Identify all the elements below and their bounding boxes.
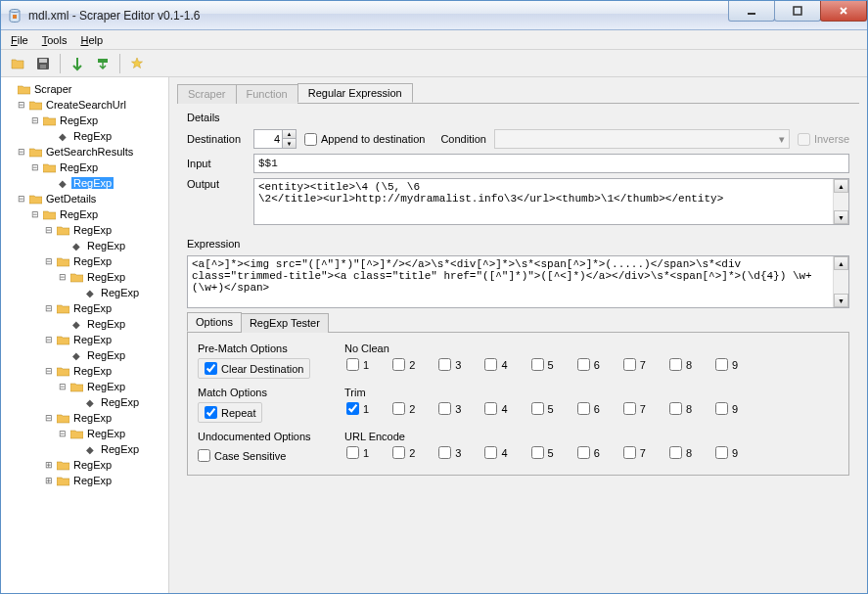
- trim-5[interactable]: 5: [531, 402, 554, 415]
- scrollbar[interactable]: ▲▼: [833, 179, 848, 224]
- open-button[interactable]: [7, 53, 28, 74]
- match-title: Match Options: [198, 387, 344, 398]
- urlencode-9[interactable]: 9: [715, 446, 738, 459]
- urlencode-8[interactable]: 8: [669, 446, 692, 459]
- urlencode-6[interactable]: 6: [577, 446, 600, 459]
- noclean-6[interactable]: 6: [577, 358, 600, 371]
- tree-root[interactable]: Scraper: [32, 83, 74, 95]
- tree-item[interactable]: RegExp: [99, 443, 141, 455]
- tab-scraper[interactable]: Scraper: [177, 84, 237, 104]
- tree-item[interactable]: RegExp: [85, 240, 127, 251]
- urlencode-2[interactable]: 2: [392, 446, 415, 459]
- tree-item[interactable]: RegExp: [71, 130, 114, 142]
- window-title: mdl.xml - Scraper Editor v0.1-1.6: [28, 9, 729, 23]
- tree-item[interactable]: RegExp: [71, 255, 114, 267]
- noclean-2[interactable]: 2: [392, 358, 415, 371]
- tree-item[interactable]: RegExp: [71, 475, 114, 486]
- output-label: Output: [187, 178, 246, 190]
- urlencode-title: URL Encode: [344, 431, 839, 442]
- tab-options[interactable]: Options: [187, 312, 242, 332]
- tree-item[interactable]: RegExp: [99, 396, 141, 408]
- prematch-title: Pre-Match Options: [198, 343, 344, 354]
- noclean-5[interactable]: 5: [531, 358, 554, 371]
- options-panel: Pre-Match Options Clear Destination No C…: [187, 333, 849, 476]
- urlencode-5[interactable]: 5: [531, 446, 554, 459]
- close-button[interactable]: [820, 0, 867, 22]
- noclean-9[interactable]: 9: [715, 358, 738, 371]
- repeat-checkbox[interactable]: Repeat: [198, 402, 262, 423]
- noclean-1[interactable]: 1: [346, 358, 369, 371]
- input-field[interactable]: [253, 154, 849, 173]
- tool-green2[interactable]: [92, 53, 114, 74]
- urlencode-3[interactable]: 3: [438, 446, 461, 459]
- noclean-7[interactable]: 7: [623, 358, 646, 371]
- output-field[interactable]: <entity><title>\4 (\5, \6 \2</title><url…: [254, 179, 833, 224]
- tree-item[interactable]: GetDetails: [44, 193, 98, 205]
- tree-item[interactable]: RegExp: [99, 287, 141, 298]
- titlebar: mdl.xml - Scraper Editor v0.1-1.6: [1, 1, 867, 30]
- trim-8[interactable]: 8: [669, 402, 692, 415]
- tree-item[interactable]: CreateSearchUrl: [44, 99, 128, 111]
- expression-title: Expression: [187, 238, 849, 250]
- menu-tools[interactable]: Tools: [36, 32, 73, 48]
- trim-9[interactable]: 9: [715, 402, 738, 415]
- tree-item[interactable]: RegExp: [85, 428, 127, 439]
- urlencode-1[interactable]: 1: [346, 446, 369, 459]
- trim-2[interactable]: 2: [392, 402, 415, 415]
- inner-tabstrip: Options RegExp Tester: [187, 312, 849, 333]
- tab-regular-expression[interactable]: Regular Expression: [297, 83, 413, 103]
- append-checkbox[interactable]: Append to destination: [304, 133, 425, 146]
- spinner-up-icon[interactable]: ▲: [282, 130, 296, 139]
- trim-1[interactable]: 1: [346, 402, 369, 415]
- spinner-down-icon[interactable]: ▼: [282, 139, 296, 148]
- app-icon: [7, 8, 23, 23]
- noclean-8[interactable]: 8: [669, 358, 692, 371]
- urlencode-4[interactable]: 4: [484, 446, 507, 459]
- expression-field[interactable]: <a[^>]*><img src="([^"]*)"[^>]*/></a>\s*…: [188, 256, 833, 307]
- minimize-button[interactable]: [728, 0, 775, 22]
- urlencode-7[interactable]: 7: [623, 446, 646, 459]
- tree-item[interactable]: RegExp: [85, 349, 127, 361]
- menu-help[interactable]: Help: [74, 32, 109, 48]
- tree-item[interactable]: RegExp: [71, 334, 114, 345]
- scroll-up-icon: ▲: [834, 179, 848, 193]
- tree-item[interactable]: RegExp: [85, 271, 127, 283]
- tree-item[interactable]: RegExp: [85, 318, 127, 330]
- maximize-button[interactable]: [774, 0, 821, 22]
- noclean-3[interactable]: 3: [438, 358, 461, 371]
- tab-regexp-tester[interactable]: RegExp Tester: [241, 313, 329, 333]
- tool-star[interactable]: [126, 53, 148, 74]
- menu-file[interactable]: File: [5, 32, 34, 48]
- tree-item[interactable]: RegExp: [58, 161, 100, 173]
- condition-combo[interactable]: ▾: [494, 129, 790, 149]
- trim-6[interactable]: 6: [577, 402, 600, 415]
- destination-input[interactable]: [254, 133, 282, 145]
- tree-item[interactable]: RegExp: [71, 459, 114, 471]
- tree-item-selected[interactable]: RegExp: [71, 177, 114, 189]
- tree-item[interactable]: RegExp: [85, 381, 127, 392]
- input-label: Input: [187, 158, 246, 169]
- trim-4[interactable]: 4: [484, 402, 507, 415]
- destination-label: Destination: [187, 133, 246, 145]
- inverse-checkbox[interactable]: Inverse: [798, 133, 849, 146]
- tree-item[interactable]: RegExp: [71, 224, 114, 236]
- tree-item[interactable]: RegExp: [71, 302, 114, 314]
- tree-item[interactable]: RegExp: [71, 412, 114, 424]
- trim-7[interactable]: 7: [623, 402, 646, 415]
- case-sensitive-checkbox[interactable]: Case Sensitive: [198, 446, 292, 465]
- tool-green1[interactable]: [67, 53, 88, 74]
- scrollbar[interactable]: ▲▼: [833, 256, 848, 307]
- clear-destination-checkbox[interactable]: Clear Destination: [198, 358, 310, 379]
- save-button[interactable]: [32, 53, 54, 74]
- trim-3[interactable]: 3: [438, 402, 461, 415]
- tree-view[interactable]: Scraper ⊟CreateSearchUrl ⊟RegExp ◆RegExp…: [1, 77, 169, 593]
- noclean-title: No Clean: [344, 343, 839, 354]
- tree-item[interactable]: RegExp: [58, 114, 100, 126]
- tab-function[interactable]: Function: [236, 84, 298, 104]
- destination-spinner[interactable]: ▲▼: [253, 129, 297, 149]
- noclean-4[interactable]: 4: [484, 358, 507, 371]
- tree-item[interactable]: GetSearchResults: [44, 146, 135, 158]
- tree-item[interactable]: RegExp: [71, 365, 114, 377]
- svg-rect-6: [98, 59, 108, 63]
- tree-item[interactable]: RegExp: [58, 208, 100, 220]
